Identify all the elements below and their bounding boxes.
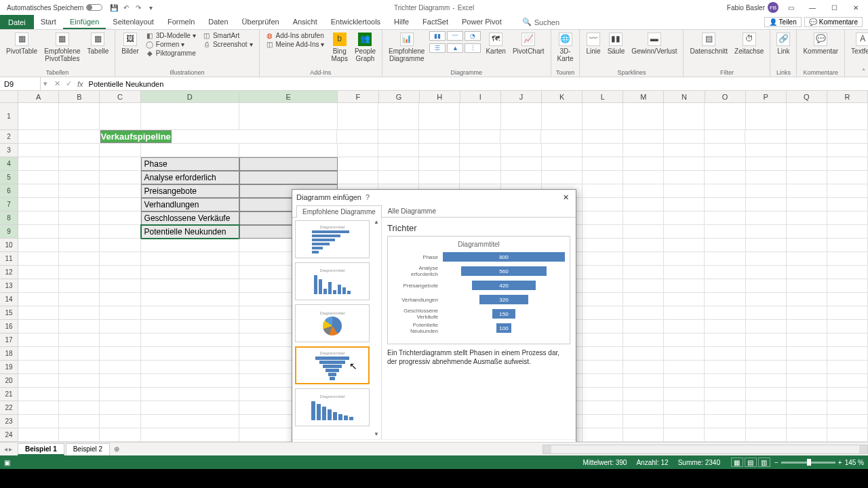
3dmodels-button[interactable]: ◧3D-Modelle ▾ (144, 31, 198, 39)
cell[interactable] (59, 144, 100, 157)
cell[interactable] (59, 388, 100, 401)
cell[interactable] (705, 171, 745, 184)
cell[interactable] (664, 361, 705, 374)
cell[interactable] (18, 374, 59, 388)
bing-maps-button[interactable]: bBing Maps (329, 31, 349, 64)
cell[interactable] (100, 198, 140, 211)
cell[interactable] (59, 279, 100, 293)
column-header[interactable]: P (746, 91, 787, 102)
cell[interactable] (787, 211, 827, 225)
cell[interactable] (100, 306, 140, 320)
column-header[interactable]: H (420, 91, 460, 102)
cell[interactable] (746, 415, 787, 428)
cell[interactable] (100, 171, 140, 184)
cell[interactable] (705, 252, 745, 266)
cell[interactable] (583, 171, 623, 184)
cell[interactable] (787, 130, 827, 144)
redo-icon[interactable]: ↷ (134, 3, 143, 12)
cell[interactable] (705, 103, 745, 130)
cell[interactable] (141, 266, 239, 279)
cell[interactable] (59, 184, 100, 198)
cell[interactable] (705, 428, 745, 442)
tell-me-search[interactable]: 🔍 Suchen (522, 18, 559, 26)
chart-thumb-clustered-bar[interactable]: Diagrammtitel (295, 220, 370, 258)
cell[interactable] (583, 415, 623, 428)
cell[interactable] (583, 306, 623, 320)
cell[interactable] (100, 279, 140, 293)
cell[interactable] (623, 347, 664, 361)
cell[interactable] (18, 333, 59, 347)
column-header[interactable]: C (100, 91, 140, 102)
fx-icon[interactable]: fx (77, 80, 83, 88)
cell[interactable] (746, 225, 787, 239)
cell[interactable] (59, 306, 100, 320)
cell[interactable] (583, 225, 623, 239)
cell[interactable] (59, 401, 100, 415)
column-header[interactable]: O (705, 91, 746, 102)
cell[interactable] (705, 198, 745, 211)
sparkline-winloss-button[interactable]: ▬Gewinn/Verlust (629, 31, 679, 56)
cell[interactable] (827, 171, 868, 184)
ribbon-tab-formeln[interactable]: Formeln (161, 16, 201, 29)
cell[interactable] (664, 225, 705, 239)
cell[interactable] (827, 279, 868, 293)
cell[interactable] (664, 415, 705, 428)
row-header[interactable]: 13 (0, 279, 18, 293)
row-header[interactable]: 5 (0, 171, 18, 184)
cell[interactable] (623, 266, 664, 279)
row-header[interactable]: 24 (0, 428, 18, 442)
cell[interactable] (583, 239, 623, 252)
cell[interactable] (787, 157, 827, 171)
cell[interactable] (18, 401, 59, 415)
row-header[interactable]: 23 (0, 415, 18, 428)
cell[interactable] (59, 320, 100, 333)
table-cell[interactable] (239, 171, 338, 184)
sheet-tab[interactable]: Beispiel 1 (18, 443, 64, 455)
cell[interactable] (664, 333, 705, 347)
cell[interactable] (141, 279, 239, 293)
ribbon-tab-power pivot[interactable]: Power Pivot (455, 16, 509, 29)
add-sheet-icon[interactable]: ⊕ (110, 445, 123, 453)
cell[interactable] (337, 130, 378, 144)
cell[interactable] (623, 130, 664, 144)
cell[interactable] (623, 211, 664, 225)
cell[interactable] (827, 333, 868, 347)
row-header[interactable]: 2 (0, 130, 18, 144)
chart-thumb-clustered-column[interactable]: Diagrammtitel (295, 262, 370, 300)
cell[interactable] (100, 293, 140, 306)
cell[interactable] (705, 361, 745, 374)
record-macro-icon[interactable]: ▣ (4, 459, 15, 466)
cell[interactable] (664, 374, 705, 388)
cell[interactable] (664, 198, 705, 211)
recommended-pivot-button[interactable]: ▦Empfohlene PivotTables (42, 31, 82, 64)
cell[interactable] (787, 239, 827, 252)
row-header[interactable]: 21 (0, 388, 18, 401)
cell[interactable] (705, 415, 745, 428)
column-header[interactable]: Q (787, 91, 827, 102)
screenshot-button[interactable]: ⎙Screenshot ▾ (201, 40, 255, 48)
cell[interactable] (664, 320, 705, 333)
row-header[interactable]: 14 (0, 293, 18, 306)
cell[interactable] (18, 211, 59, 225)
cell[interactable] (100, 225, 140, 239)
cell[interactable] (787, 279, 827, 293)
cell[interactable] (705, 130, 745, 144)
table-cell[interactable]: Potentielle Neukunden (141, 225, 239, 239)
cell[interactable] (460, 103, 500, 130)
cell[interactable] (827, 211, 868, 225)
cell[interactable] (18, 266, 59, 279)
close-icon[interactable]: ✕ (846, 1, 865, 14)
cell[interactable] (100, 211, 140, 225)
cell[interactable] (787, 103, 827, 130)
ribbon-tab-überprüfen[interactable]: Überprüfen (235, 16, 286, 29)
cell[interactable] (664, 306, 705, 320)
share-button[interactable]: 👤Teilen (764, 17, 802, 27)
cell[interactable] (141, 103, 239, 130)
cell[interactable] (827, 293, 868, 306)
cell[interactable] (100, 144, 140, 157)
cell[interactable] (746, 103, 787, 130)
cell[interactable] (746, 184, 787, 198)
pivotchart-button[interactable]: 📈PivotChart (511, 31, 547, 56)
cell[interactable] (18, 388, 59, 401)
cell[interactable] (419, 103, 460, 130)
